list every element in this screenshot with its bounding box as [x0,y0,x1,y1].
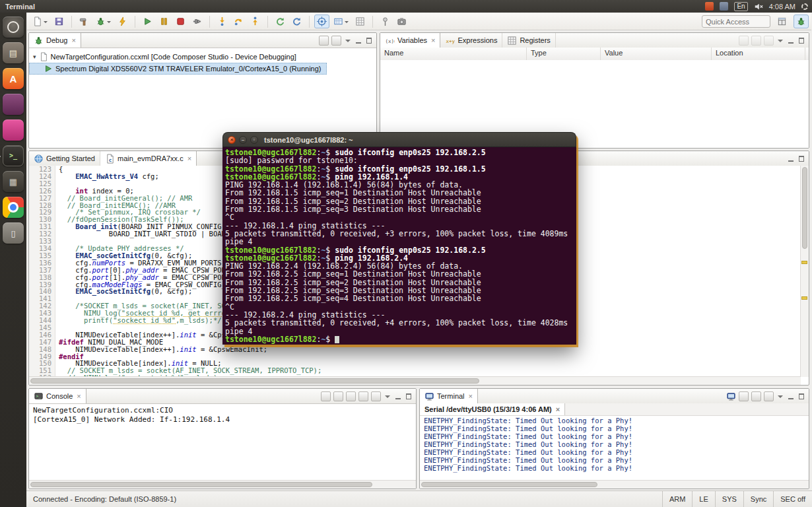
open-console-button[interactable] [371,391,381,401]
screenshot-button[interactable] [394,15,409,28]
close-icon[interactable]: × [469,393,473,400]
maximize-icon[interactable] [797,37,805,44]
launcher-item-app-dark[interactable]: ▦ [3,171,24,192]
scroll-lock-button[interactable] [333,391,343,401]
terminate-button[interactable] [173,15,188,28]
launcher-item-terminal[interactable]: >_ [3,145,24,166]
launcher-item-app-purple[interactable] [3,94,24,115]
overview-marker[interactable] [801,296,807,300]
window-maximize-icon[interactable]: ▫ [250,136,258,144]
disconnect-button[interactable] [189,15,205,28]
new-file-button[interactable] [30,15,50,28]
launcher-item-dash[interactable] [3,17,24,38]
window-minimize-icon[interactable]: – [239,136,247,144]
debug-tree-row[interactable]: Spectrum Digital XDS560V2 STM TRAVELER E… [29,63,327,75]
terminal-screen[interactable]: tstone10@ugc1667l882:~$ sudo ifconfig en… [222,147,576,345]
clock[interactable]: 4:08 AM [769,3,795,11]
memory-browser-button[interactable] [331,15,351,28]
volume-muted-icon[interactable] [754,2,763,11]
terminal-titlebar[interactable]: × – ▫ tstone10@ugc1667l882: ~ [222,132,576,147]
session-gear-icon[interactable] [801,3,808,10]
open-perspective-button[interactable] [774,15,790,28]
close-icon[interactable]: × [556,406,560,413]
serial-output[interactable]: ENETPHY_FindingState: Timed Out looking … [420,415,809,481]
serial-session-tab[interactable]: Serial /dev/ttyUSB0 (15/3/19 4:06 AM) × [420,403,565,415]
launcher-item-trash[interactable]: ▯ [3,222,24,244]
tab-terminal[interactable]: Terminal × [420,389,478,403]
refresh-button[interactable] [289,15,304,28]
editor-tab-main_evmdra7xx-c[interactable]: cmain_evmDRA7xx.c× [100,151,197,166]
tab-registers[interactable]: Registers [502,33,555,48]
maximize-icon[interactable] [405,393,413,400]
close-icon[interactable]: × [187,155,191,162]
show-logical-structure-button[interactable] [751,36,761,46]
close-icon[interactable]: × [431,37,435,44]
maximize-icon[interactable] [797,393,805,400]
close-icon[interactable]: × [77,393,81,400]
tab-console[interactable]: >_ Console × [29,389,86,403]
view-menu-icon[interactable] [776,37,784,44]
step-over-button[interactable] [231,15,246,28]
launcher-item-files[interactable]: ▤ [3,42,24,63]
save-button[interactable] [51,15,67,28]
tray-icon-red[interactable] [705,2,714,11]
minimize-icon[interactable] [355,37,362,44]
minimize-icon[interactable] [787,155,795,162]
suspend-button[interactable] [156,15,172,28]
view-menu-icon[interactable] [344,37,352,44]
view-menu-icon[interactable] [384,393,391,400]
column-header-value[interactable]: Value [601,48,712,60]
close-icon[interactable]: × [71,37,75,44]
terminal-settings-button[interactable] [764,391,774,401]
terminal-horizontal-scrollbar[interactable] [420,480,809,489]
column-header-type[interactable]: Type [527,48,601,60]
editor-vertical-scrollbar[interactable] [800,166,809,377]
connect-terminal-button[interactable] [739,391,749,401]
editor-tab-getting-started[interactable]: Getting Started [29,151,100,166]
tray-icon-keyboard[interactable] [720,2,728,11]
scrollbar-thumb[interactable] [421,482,597,487]
keyboard-layout-indicator[interactable]: En [734,2,747,11]
debug-button[interactable] [93,15,114,28]
tab-expressions[interactable]: x+yExpressions [440,33,502,48]
launcher-item-chrome[interactable] [3,197,24,218]
launcher-item-ubuntu-software[interactable]: A [3,68,24,89]
build-button[interactable] [77,15,92,28]
tab-debug[interactable]: Debug × [29,33,81,48]
new-terminal-icon[interactable] [726,391,736,401]
step-return-button[interactable] [248,15,263,28]
step-into-button[interactable] [215,15,230,28]
maximize-icon[interactable] [797,155,805,162]
resume-button[interactable] [140,15,155,28]
scrollbar-thumb[interactable] [30,482,372,487]
debug-perspective-button[interactable] [794,15,809,28]
pin-console-button[interactable] [346,391,356,401]
scrollbar-thumb[interactable] [30,378,479,384]
console-horizontal-scrollbar[interactable] [29,480,416,489]
window-close-icon[interactable]: × [228,136,236,144]
flash-button[interactable] [115,15,130,28]
target-config-button[interactable] [314,15,329,28]
minimize-icon[interactable] [787,37,795,44]
display-selected-console-button[interactable] [358,391,368,401]
column-header-name[interactable]: Name [380,48,527,60]
editor-horizontal-scrollbar[interactable] [29,376,801,385]
quick-access-input[interactable] [702,15,770,28]
debug-tree-row[interactable]: ▾NewTargetConfiguration.ccxml [Code Comp… [29,51,376,63]
minimize-icon[interactable] [787,393,795,400]
collapse-all-button[interactable] [764,36,774,46]
tab-variables[interactable]: (x)=Variables× [380,33,440,48]
console-output[interactable]: NewTargetConfiguration.ccxml:CIO[CortexA… [29,403,416,481]
overview-marker[interactable] [801,261,807,264]
maximize-icon[interactable] [365,37,373,44]
disconnect-terminal-button[interactable] [751,391,761,401]
remove-all-terminated-button[interactable] [319,36,329,46]
restart-button[interactable] [273,15,288,28]
clear-console-button[interactable] [321,391,331,401]
registers-button[interactable] [353,15,368,28]
disconnect-target-button[interactable] [331,36,341,46]
launcher-item-app-magenta[interactable] [3,119,24,141]
scrollbar-thumb[interactable] [802,167,807,249]
minimize-icon[interactable] [394,393,402,400]
show-type-names-button[interactable] [739,36,749,46]
